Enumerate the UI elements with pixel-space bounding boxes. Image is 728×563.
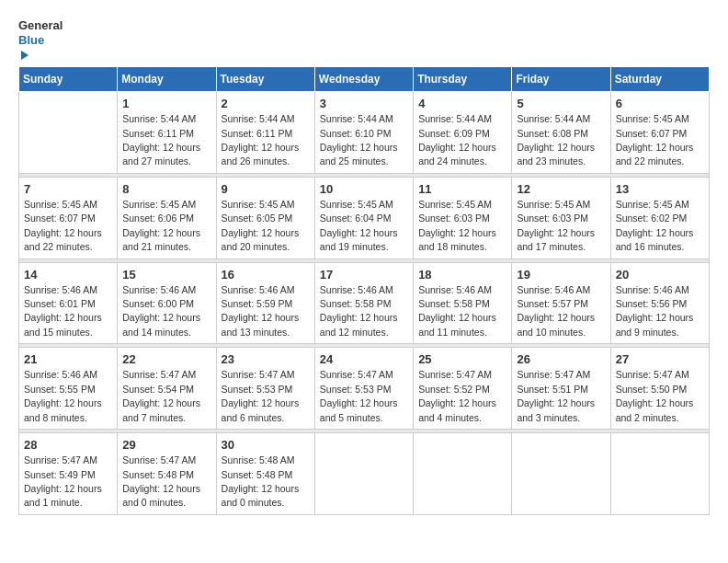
cell-info: Sunrise: 5:44 AM Sunset: 6:08 PM Dayligh… xyxy=(517,113,595,167)
calendar-cell: 27Sunrise: 5:47 AM Sunset: 5:50 PM Dayli… xyxy=(610,348,709,430)
logo-general: General xyxy=(18,18,57,33)
day-number: 10 xyxy=(320,181,408,198)
day-number: 29 xyxy=(122,437,210,454)
day-number: 15 xyxy=(122,267,210,283)
calendar-cell xyxy=(512,433,610,515)
calendar-cell: 26Sunrise: 5:47 AM Sunset: 5:51 PM Dayli… xyxy=(512,348,610,430)
calendar-cell: 6Sunrise: 5:45 AM Sunset: 6:07 PM Daylig… xyxy=(610,92,709,174)
header-wednesday: Wednesday xyxy=(314,67,413,92)
week-row-3: 14Sunrise: 5:46 AM Sunset: 6:01 PM Dayli… xyxy=(19,262,710,344)
day-number: 16 xyxy=(222,267,310,283)
cell-info: Sunrise: 5:47 AM Sunset: 5:49 PM Dayligh… xyxy=(24,454,102,508)
calendar-cell: 15Sunrise: 5:46 AM Sunset: 6:00 PM Dayli… xyxy=(118,262,216,344)
day-number: 3 xyxy=(320,96,408,112)
day-number: 22 xyxy=(122,351,210,368)
calendar-cell: 23Sunrise: 5:47 AM Sunset: 5:53 PM Dayli… xyxy=(216,348,314,430)
day-number: 18 xyxy=(418,267,506,283)
calendar-cell: 21Sunrise: 5:46 AM Sunset: 5:55 PM Dayli… xyxy=(19,348,118,430)
calendar-cell: 28Sunrise: 5:47 AM Sunset: 5:49 PM Dayli… xyxy=(19,433,118,515)
calendar-cell: 9Sunrise: 5:45 AM Sunset: 6:05 PM Daylig… xyxy=(216,177,314,259)
calendar-cell: 19Sunrise: 5:46 AM Sunset: 5:57 PM Dayli… xyxy=(512,262,610,344)
calendar-cell: 4Sunrise: 5:44 AM Sunset: 6:09 PM Daylig… xyxy=(414,92,512,174)
calendar-cell: 2Sunrise: 5:44 AM Sunset: 6:11 PM Daylig… xyxy=(216,92,314,174)
week-row-2: 7Sunrise: 5:45 AM Sunset: 6:07 PM Daylig… xyxy=(19,177,710,259)
cell-info: Sunrise: 5:45 AM Sunset: 6:06 PM Dayligh… xyxy=(122,199,200,252)
cell-info: Sunrise: 5:45 AM Sunset: 6:03 PM Dayligh… xyxy=(418,199,496,252)
calendar-cell: 29Sunrise: 5:47 AM Sunset: 5:48 PM Dayli… xyxy=(118,433,216,515)
page-header: General Blue xyxy=(18,18,710,57)
calendar-cell: 30Sunrise: 5:48 AM Sunset: 5:48 PM Dayli… xyxy=(216,433,314,515)
header-saturday: Saturday xyxy=(610,67,709,92)
cell-info: Sunrise: 5:44 AM Sunset: 6:10 PM Dayligh… xyxy=(320,113,398,167)
cell-info: Sunrise: 5:46 AM Sunset: 5:58 PM Dayligh… xyxy=(418,284,496,338)
day-number: 17 xyxy=(320,267,408,283)
cell-info: Sunrise: 5:47 AM Sunset: 5:50 PM Dayligh… xyxy=(616,369,694,422)
header-friday: Friday xyxy=(512,67,610,92)
cell-info: Sunrise: 5:46 AM Sunset: 5:58 PM Dayligh… xyxy=(320,284,398,338)
day-number: 25 xyxy=(418,351,506,368)
cell-info: Sunrise: 5:48 AM Sunset: 5:48 PM Dayligh… xyxy=(222,454,300,508)
day-number: 20 xyxy=(616,267,704,283)
calendar-cell xyxy=(314,433,413,515)
calendar-cell: 10Sunrise: 5:45 AM Sunset: 6:04 PM Dayli… xyxy=(314,177,413,259)
calendar-cell: 14Sunrise: 5:46 AM Sunset: 6:01 PM Dayli… xyxy=(19,262,118,344)
logo-arrow xyxy=(21,51,28,60)
calendar-cell: 12Sunrise: 5:45 AM Sunset: 6:03 PM Dayli… xyxy=(512,177,610,259)
cell-info: Sunrise: 5:45 AM Sunset: 6:07 PM Dayligh… xyxy=(24,199,102,252)
header-monday: Monday xyxy=(118,67,216,92)
calendar-cell: 17Sunrise: 5:46 AM Sunset: 5:58 PM Dayli… xyxy=(314,262,413,344)
calendar-cell: 11Sunrise: 5:45 AM Sunset: 6:03 PM Dayli… xyxy=(414,177,512,259)
day-number: 23 xyxy=(222,351,310,368)
cell-info: Sunrise: 5:46 AM Sunset: 5:55 PM Dayligh… xyxy=(24,369,102,422)
day-number: 5 xyxy=(517,96,605,112)
cell-info: Sunrise: 5:45 AM Sunset: 6:04 PM Dayligh… xyxy=(320,199,398,252)
logo-graphic: General Blue xyxy=(18,18,57,57)
day-number: 9 xyxy=(222,181,310,198)
calendar-cell: 8Sunrise: 5:45 AM Sunset: 6:06 PM Daylig… xyxy=(118,177,216,259)
cell-info: Sunrise: 5:47 AM Sunset: 5:53 PM Dayligh… xyxy=(222,369,300,422)
calendar-header-row: SundayMondayTuesdayWednesdayThursdayFrid… xyxy=(19,67,710,92)
calendar-cell: 7Sunrise: 5:45 AM Sunset: 6:07 PM Daylig… xyxy=(19,177,118,259)
cell-info: Sunrise: 5:47 AM Sunset: 5:53 PM Dayligh… xyxy=(320,369,398,422)
calendar-cell: 22Sunrise: 5:47 AM Sunset: 5:54 PM Dayli… xyxy=(118,348,216,430)
calendar-cell: 1Sunrise: 5:44 AM Sunset: 6:11 PM Daylig… xyxy=(118,92,216,174)
calendar-cell: 18Sunrise: 5:46 AM Sunset: 5:58 PM Dayli… xyxy=(414,262,512,344)
week-row-5: 28Sunrise: 5:47 AM Sunset: 5:49 PM Dayli… xyxy=(19,433,710,515)
day-number: 2 xyxy=(222,96,310,112)
day-number: 12 xyxy=(517,181,605,198)
calendar-table: SundayMondayTuesdayWednesdayThursdayFrid… xyxy=(18,66,710,515)
cell-info: Sunrise: 5:45 AM Sunset: 6:07 PM Dayligh… xyxy=(616,113,694,167)
calendar-cell: 20Sunrise: 5:46 AM Sunset: 5:56 PM Dayli… xyxy=(610,262,709,344)
day-number: 6 xyxy=(616,96,704,112)
cell-info: Sunrise: 5:46 AM Sunset: 6:01 PM Dayligh… xyxy=(24,284,102,338)
cell-info: Sunrise: 5:46 AM Sunset: 5:57 PM Dayligh… xyxy=(517,284,595,338)
cell-info: Sunrise: 5:44 AM Sunset: 6:11 PM Dayligh… xyxy=(222,113,300,167)
cell-info: Sunrise: 5:46 AM Sunset: 5:56 PM Dayligh… xyxy=(616,284,694,338)
calendar-cell: 24Sunrise: 5:47 AM Sunset: 5:53 PM Dayli… xyxy=(314,348,413,430)
logo-box: General Blue xyxy=(18,18,57,57)
header-thursday: Thursday xyxy=(414,67,512,92)
day-number: 19 xyxy=(517,267,605,283)
calendar-cell: 25Sunrise: 5:47 AM Sunset: 5:52 PM Dayli… xyxy=(414,348,512,430)
cell-info: Sunrise: 5:44 AM Sunset: 6:09 PM Dayligh… xyxy=(418,113,496,167)
header-tuesday: Tuesday xyxy=(216,67,314,92)
cell-info: Sunrise: 5:46 AM Sunset: 6:00 PM Dayligh… xyxy=(122,284,200,338)
day-number: 8 xyxy=(122,181,210,198)
day-number: 4 xyxy=(418,96,506,112)
day-number: 26 xyxy=(517,351,605,368)
day-number: 21 xyxy=(24,351,112,368)
cell-info: Sunrise: 5:47 AM Sunset: 5:54 PM Dayligh… xyxy=(122,369,200,422)
day-number: 1 xyxy=(122,96,210,112)
cell-info: Sunrise: 5:47 AM Sunset: 5:51 PM Dayligh… xyxy=(517,369,595,422)
day-number: 13 xyxy=(616,181,704,198)
day-number: 28 xyxy=(24,437,112,454)
logo: General Blue xyxy=(18,18,57,57)
day-number: 27 xyxy=(616,351,704,368)
day-number: 30 xyxy=(222,437,310,454)
calendar-cell: 5Sunrise: 5:44 AM Sunset: 6:08 PM Daylig… xyxy=(512,92,610,174)
cell-info: Sunrise: 5:47 AM Sunset: 5:52 PM Dayligh… xyxy=(418,369,496,422)
day-number: 14 xyxy=(24,267,112,283)
day-number: 24 xyxy=(320,351,408,368)
logo-blue: Blue xyxy=(18,33,57,62)
day-number: 11 xyxy=(418,181,506,198)
